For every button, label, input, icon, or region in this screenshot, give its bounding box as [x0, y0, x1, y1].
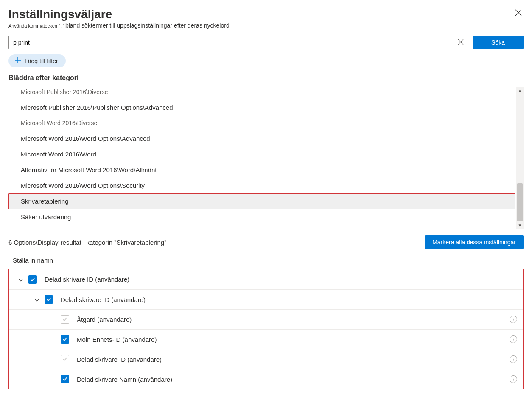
expand-toggle[interactable]: [29, 296, 45, 303]
scroll-up-button[interactable]: ▲: [516, 87, 524, 94]
setting-row: Delad skrivare ID (användare): [9, 269, 523, 289]
category-item[interactable]: Skrivaretablering: [8, 193, 515, 209]
category-item[interactable]: Microsoft Word 2016\Word Options\Advance…: [8, 131, 515, 146]
category-item[interactable]: Microsoft Publisher 2016\Publisher Optio…: [8, 100, 515, 115]
check-icon: [62, 337, 67, 342]
category-item[interactable]: Säker utvärdering: [8, 209, 515, 225]
row-label: Delad skrivare Namn (användare): [77, 376, 510, 383]
row-label: Delad skrivare ID (användare): [61, 296, 517, 303]
setting-row: Delad skrivare ID (användare): [9, 289, 523, 309]
info-icon[interactable]: i: [510, 355, 517, 363]
search-box[interactable]: [8, 36, 468, 49]
check-icon: [62, 357, 67, 362]
column-header-name: Ställa in namn: [8, 257, 524, 269]
results-count: 6 Options\Display-resultat i kategorin "…: [8, 239, 166, 246]
info-icon[interactable]: i: [510, 335, 517, 343]
scrollbar[interactable]: ▲ ▼: [516, 87, 524, 229]
setting-row: Delad skrivare ID (användare)i: [9, 349, 523, 369]
setting-row: Åtgärd (användare)i: [9, 309, 523, 329]
info-icon[interactable]: i: [510, 316, 517, 323]
expand-toggle[interactable]: [13, 276, 28, 282]
check-icon: [62, 317, 67, 322]
search-button[interactable]: Söka: [473, 36, 524, 49]
row-label: Delad skrivare ID (användare): [77, 356, 510, 363]
category-item[interactable]: Microsoft Word 2016\Word Options\Securit…: [8, 178, 515, 193]
search-input[interactable]: [12, 39, 457, 46]
browse-header: Bläddra efter kategori: [8, 74, 524, 82]
row-label: Delad skrivare ID (användare): [45, 276, 517, 283]
check-icon: [62, 377, 67, 382]
category-item[interactable]: Microsoft Word 2016\Word: [8, 146, 515, 162]
close-button[interactable]: [513, 8, 524, 19]
category-item[interactable]: Alternativ för Microsoft Word 2016\Word\…: [8, 162, 515, 178]
row-checkbox[interactable]: [61, 315, 69, 324]
add-filter-button[interactable]: Lägg till filter: [8, 54, 66, 67]
scroll-down-button[interactable]: ▼: [516, 222, 524, 229]
info-icon[interactable]: i: [510, 375, 517, 383]
page-title: Inställningsväljare: [8, 8, 112, 21]
page-subtitle: Använda kommatecken ", "bland söktermer …: [8, 22, 524, 29]
row-label: Moln Enhets-ID (användare): [77, 336, 510, 343]
chevron-down-icon: [18, 277, 24, 283]
check-icon: [46, 297, 51, 302]
plus-icon: [14, 57, 21, 65]
close-icon: [515, 9, 522, 16]
row-checkbox[interactable]: [28, 275, 37, 284]
scroll-thumb[interactable]: [517, 183, 523, 221]
select-all-button[interactable]: Markera alla dessa inställningar: [425, 235, 524, 249]
setting-row: Delad skrivare Namn (användare)i: [9, 369, 523, 389]
row-checkbox[interactable]: [61, 335, 69, 344]
clear-icon: [458, 39, 464, 45]
check-icon: [30, 277, 35, 282]
category-item[interactable]: Microsoft Word 2016\Diverse: [8, 115, 515, 131]
category-item[interactable]: Microsoft Publisher 2016\Diverse: [8, 84, 515, 100]
row-checkbox[interactable]: [61, 355, 69, 363]
clear-search-button[interactable]: [457, 38, 465, 47]
row-checkbox[interactable]: [45, 295, 53, 304]
row-checkbox[interactable]: [61, 375, 69, 383]
setting-row: Moln Enhets-ID (användare)i: [9, 329, 523, 349]
row-label: Åtgärd (användare): [77, 316, 510, 323]
add-filter-label: Lägg till filter: [25, 58, 58, 64]
chevron-down-icon: [34, 297, 40, 303]
